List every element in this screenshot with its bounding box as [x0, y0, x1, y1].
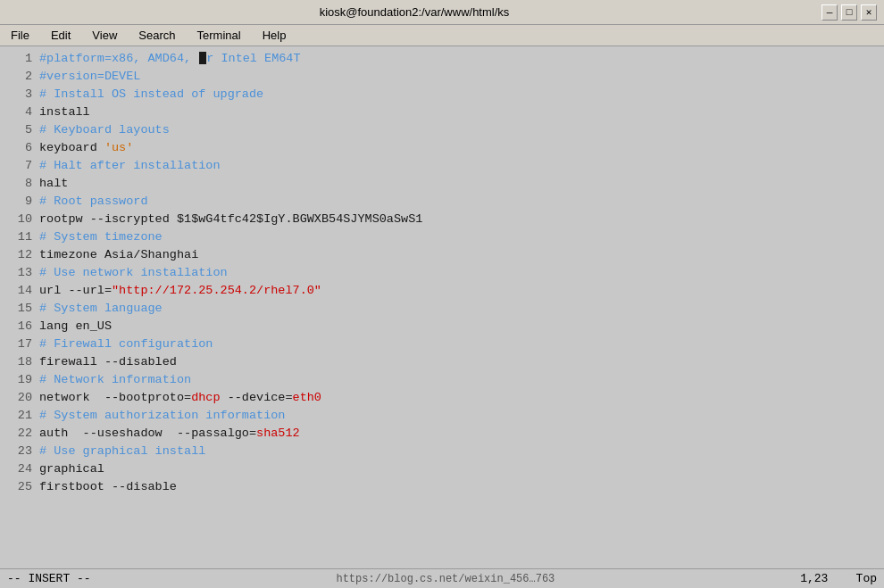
- line-content: rootpw --iscrypted $1$wG4tfc42$IgY.BGWXB…: [39, 211, 422, 228]
- line-number: 14: [7, 282, 32, 300]
- code-line: 19# Network information: [7, 371, 877, 389]
- line-number: 5: [7, 121, 32, 139]
- line-number: 7: [7, 157, 32, 175]
- line-content: # Network information: [39, 371, 191, 389]
- line-number: 17: [7, 335, 32, 353]
- line-content: network --bootproto=dhcp --device=eth0: [39, 389, 321, 407]
- line-number: 20: [7, 389, 32, 407]
- code-line: 10rootpw --iscrypted $1$wG4tfc42$IgY.BGW…: [7, 211, 877, 228]
- menu-file[interactable]: File: [4, 27, 37, 44]
- code-line: 23# Use graphical install: [7, 443, 877, 460]
- line-content: #version=DEVEL: [39, 68, 140, 86]
- line-content: graphical: [39, 460, 104, 478]
- line-content: # Keyboard layouts: [39, 121, 170, 139]
- code-line: 15# System language: [7, 300, 877, 318]
- code-line: 12timezone Asia/Shanghai: [7, 246, 877, 264]
- line-number: 13: [7, 264, 32, 282]
- code-line: 14url --url="http://172.25.254.2/rhel7.0…: [7, 282, 877, 300]
- code-line: 7# Halt after installation: [7, 157, 877, 175]
- line-number: 19: [7, 371, 32, 389]
- line-number: 15: [7, 300, 32, 318]
- line-number: 23: [7, 443, 32, 460]
- line-content: # Firewall configuration: [39, 335, 213, 353]
- minimize-button[interactable]: —: [821, 4, 838, 21]
- line-number: 21: [7, 407, 32, 425]
- title-bar: kiosk@foundation2:/var/www/html/ks — □ ✕: [0, 0, 884, 25]
- maximize-button[interactable]: □: [841, 4, 857, 21]
- line-content: lang en_US: [39, 318, 112, 335]
- line-content: #platform=x86, AMD64, r Intel EM64T: [39, 50, 301, 68]
- line-content: # Root password: [39, 193, 148, 211]
- code-line: 2#version=DEVEL: [7, 68, 877, 86]
- code-line: 13# Use network installation: [7, 264, 877, 282]
- code-line: 17# Firewall configuration: [7, 335, 877, 353]
- line-content: # Halt after installation: [39, 157, 221, 175]
- status-bar: -- INSERT -- https://blog.cs.net/weixin_…: [0, 568, 884, 588]
- window-controls: — □ ✕: [821, 4, 877, 21]
- line-number: 8: [7, 175, 32, 193]
- code-line: 4install: [7, 104, 877, 121]
- line-number: 12: [7, 246, 32, 264]
- window-title: kiosk@foundation2:/var/www/html/ks: [7, 5, 821, 19]
- code-line: 25firstboot --disable: [7, 478, 877, 496]
- line-number: 3: [7, 86, 32, 104]
- line-number: 25: [7, 478, 32, 496]
- line-content: firewall --disabled: [39, 353, 177, 371]
- code-line: 11# System timezone: [7, 228, 877, 246]
- menu-terminal[interactable]: Terminal: [190, 27, 248, 44]
- cursor-position: 1,23 Top: [800, 572, 877, 585]
- code-line: 21# System authorization information: [7, 407, 877, 425]
- code-line: 8halt: [7, 175, 877, 193]
- code-line: 20network --bootproto=dhcp --device=eth0: [7, 389, 877, 407]
- code-editor[interactable]: 1#platform=x86, AMD64, r Intel EM64T2#ve…: [7, 50, 877, 496]
- line-content: install: [39, 104, 90, 121]
- code-line: 3# Install OS instead of upgrade: [7, 86, 877, 104]
- url-hint: https://blog.cs.net/weixin_456…763: [336, 573, 555, 585]
- line-number: 9: [7, 193, 32, 211]
- terminal-window: kiosk@foundation2:/var/www/html/ks — □ ✕…: [0, 0, 884, 588]
- editor-mode: -- INSERT --: [7, 572, 91, 585]
- line-content: # Use graphical install: [39, 443, 205, 460]
- line-content: timezone Asia/Shanghai: [39, 246, 198, 264]
- menu-search[interactable]: Search: [131, 27, 182, 44]
- menu-edit[interactable]: Edit: [44, 27, 78, 44]
- code-line: 24graphical: [7, 460, 877, 478]
- menu-view[interactable]: View: [85, 27, 124, 44]
- line-content: halt: [39, 175, 68, 193]
- code-line: 1#platform=x86, AMD64, r Intel EM64T: [7, 50, 877, 68]
- menu-bar: File Edit View Search Terminal Help: [0, 25, 884, 46]
- line-content: firstboot --disable: [39, 478, 177, 496]
- line-content: # System authorization information: [39, 407, 285, 425]
- line-content: # Install OS instead of upgrade: [39, 86, 263, 104]
- line-number: 16: [7, 318, 32, 335]
- line-number: 2: [7, 68, 32, 86]
- code-line: 22auth --useshadow --passalgo=sha512: [7, 425, 877, 443]
- line-content: auth --useshadow --passalgo=sha512: [39, 425, 300, 443]
- line-number: 6: [7, 139, 32, 157]
- line-number: 11: [7, 228, 32, 246]
- line-number: 24: [7, 460, 32, 478]
- menu-help[interactable]: Help: [255, 27, 294, 44]
- terminal-body[interactable]: 1#platform=x86, AMD64, r Intel EM64T2#ve…: [0, 46, 884, 568]
- code-line: 9# Root password: [7, 193, 877, 211]
- line-content: # System language: [39, 300, 163, 318]
- code-line: 6keyboard 'us': [7, 139, 877, 157]
- line-content: keyboard 'us': [39, 139, 133, 157]
- code-line: 16lang en_US: [7, 318, 877, 335]
- line-content: url --url="http://172.25.254.2/rhel7.0": [39, 282, 321, 300]
- close-button[interactable]: ✕: [861, 4, 877, 21]
- line-number: 22: [7, 425, 32, 443]
- line-content: # System timezone: [39, 228, 163, 246]
- line-number: 18: [7, 353, 32, 371]
- line-number: 1: [7, 50, 32, 68]
- line-number: 4: [7, 104, 32, 121]
- line-number: 10: [7, 211, 32, 228]
- code-line: 5# Keyboard layouts: [7, 121, 877, 139]
- code-line: 18firewall --disabled: [7, 353, 877, 371]
- line-content: # Use network installation: [39, 264, 228, 282]
